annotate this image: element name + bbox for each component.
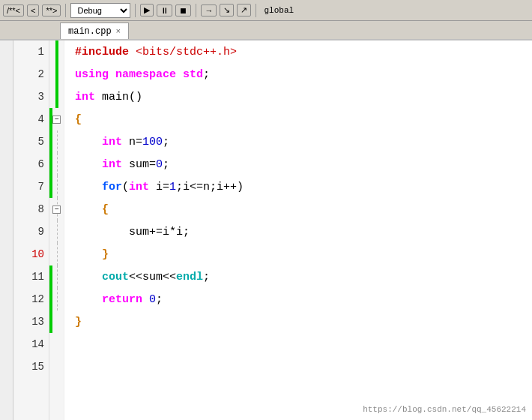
- toolbar-step[interactable]: →: [201, 4, 217, 16]
- line-num-10: 10: [31, 243, 44, 266]
- toolbar-sep-1: [65, 4, 66, 17]
- left-arrow-margin: [0, 40, 13, 420]
- line-num-3: 3: [38, 86, 44, 108]
- line-num-9: 9: [38, 220, 44, 243]
- fold-box-4[interactable]: −: [52, 116, 61, 124]
- fold-3: [49, 86, 64, 108]
- line-num-11: 11: [31, 266, 44, 288]
- line-numbers: 1 2 3 4 5 6 7 8 9 10 11 12 13 14 15: [13, 40, 49, 420]
- code-token: #include: [75, 46, 129, 58]
- toolbar-step3[interactable]: ↗: [237, 4, 251, 16]
- toolbar-run[interactable]: ▶: [140, 4, 154, 16]
- code-content[interactable]: #include <bits/stdc++.h> using namespace…: [64, 40, 532, 420]
- line-num-12: 12: [31, 288, 44, 310]
- watermark: https://blog.csdn.net/qq_45622214: [363, 405, 526, 414]
- toolbar-global: global: [261, 6, 297, 15]
- fold-4[interactable]: −: [49, 108, 64, 130]
- fold-box-8[interactable]: −: [52, 206, 61, 214]
- fold-8[interactable]: −: [49, 198, 64, 220]
- toolbar: /**< < **> Debug ▶ ⏸ ⏹ → ↘ ↗ global: [0, 0, 532, 21]
- tab-main-cpp[interactable]: main.cpp ×: [60, 22, 129, 39]
- fold-5: [49, 130, 64, 153]
- line-num-7: 7: [38, 176, 44, 198]
- line-num-14: 14: [31, 333, 44, 356]
- debug-dropdown[interactable]: Debug: [70, 3, 130, 18]
- toolbar-sep-4: [256, 4, 256, 17]
- toolbar-sep-2: [135, 4, 136, 17]
- editor-area: 1 2 3 4 5 6 7 8 9 10 11 12 13 14 15 −: [0, 40, 532, 420]
- line-num-2: 2: [38, 63, 44, 86]
- code-line-12: return 0;: [70, 288, 532, 310]
- code-token: int: [75, 91, 95, 104]
- toolbar-btn-1[interactable]: /**<: [3, 4, 24, 16]
- code-line-15: [70, 356, 532, 378]
- code-line-2: using namespace std;: [70, 63, 532, 86]
- toolbar-sep-3: [196, 4, 196, 17]
- code-line-3: int main(): [70, 86, 532, 108]
- toolbar-step2[interactable]: ↘: [220, 4, 234, 16]
- line-num-5: 5: [38, 130, 44, 153]
- code-line-9: sum+=i*i;: [70, 220, 532, 243]
- line-num-4: 4: [38, 108, 44, 130]
- toolbar-btn-3[interactable]: **>: [42, 4, 61, 16]
- tab-bar: main.cpp ×: [0, 21, 532, 40]
- code-line-7: for(int i=1;i<=n;i++): [70, 176, 532, 198]
- code-line-10: }: [70, 243, 532, 266]
- line-num-8: 8: [38, 198, 44, 220]
- tab-close[interactable]: ×: [116, 27, 121, 36]
- toolbar-stop[interactable]: ⏹: [175, 4, 191, 16]
- code-line-11: cout<<sum<<endl;: [70, 266, 532, 288]
- fold-10: [49, 243, 64, 266]
- tab-filename: main.cpp: [68, 26, 112, 37]
- fold-2: [49, 63, 64, 86]
- line-num-6: 6: [38, 153, 44, 176]
- fold-column: − −: [49, 40, 64, 420]
- code-token: {: [75, 113, 82, 126]
- line-num-13: 13: [31, 310, 44, 333]
- fold-12: [49, 288, 64, 310]
- fold-9: [49, 220, 64, 243]
- fold-11: [49, 266, 64, 288]
- fold-1: [49, 40, 64, 63]
- code-line-6: int sum=0;: [70, 153, 532, 176]
- fold-7: [49, 176, 64, 198]
- toolbar-pause[interactable]: ⏸: [157, 4, 172, 16]
- line-num-1: 1: [38, 40, 44, 63]
- fold-6: [49, 153, 64, 176]
- fold-13: [49, 310, 64, 333]
- code-token: using: [75, 68, 109, 81]
- code-line-1: #include <bits/stdc++.h>: [70, 40, 532, 63]
- code-line-8: {: [70, 198, 532, 220]
- code-line-4: {: [70, 108, 532, 130]
- line-num-15: 15: [31, 356, 44, 378]
- code-line-13: }: [70, 310, 532, 333]
- toolbar-btn-2[interactable]: <: [27, 4, 39, 16]
- code-line-5: int n=100;: [70, 130, 532, 153]
- code-line-14: [70, 333, 532, 356]
